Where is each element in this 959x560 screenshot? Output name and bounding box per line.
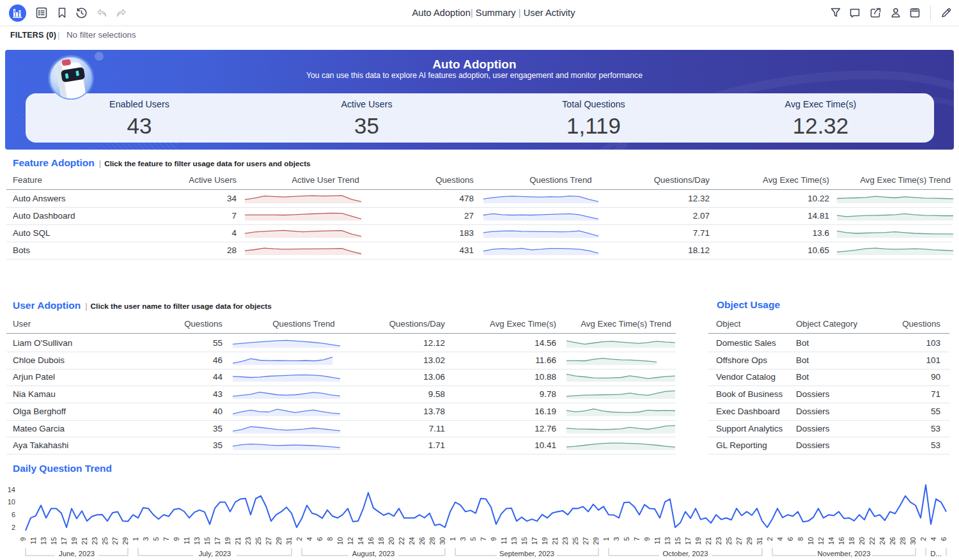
svg-text:7: 7	[480, 537, 487, 541]
svg-text:23: 23	[561, 537, 569, 545]
svg-text:27: 27	[735, 537, 743, 545]
svg-text:31: 31	[285, 537, 293, 545]
svg-text:20: 20	[387, 537, 395, 545]
svg-text:15: 15	[674, 537, 682, 545]
svg-text:11: 11	[29, 537, 37, 544]
svg-text:17: 17	[60, 537, 68, 545]
svg-text:June, 2023: June, 2023	[59, 550, 95, 557]
svg-text:26: 26	[418, 537, 426, 545]
svg-text:2: 2	[766, 537, 774, 541]
svg-text:8: 8	[797, 537, 804, 541]
svg-text:25: 25	[572, 537, 579, 545]
svg-text:6: 6	[316, 537, 324, 541]
svg-text:1: 1	[449, 537, 456, 541]
svg-text:22: 22	[398, 537, 405, 545]
svg-text:18: 18	[848, 537, 855, 545]
svg-text:August, 2023: August, 2023	[352, 550, 395, 557]
svg-text:17: 17	[531, 537, 538, 545]
svg-text:21: 21	[705, 537, 712, 545]
svg-text:15: 15	[50, 537, 58, 545]
svg-text:9: 9	[490, 537, 497, 541]
svg-text:13: 13	[510, 537, 518, 545]
svg-text:17: 17	[214, 537, 221, 545]
svg-text:22: 22	[868, 537, 876, 545]
svg-text:3: 3	[142, 537, 150, 541]
svg-text:19: 19	[70, 537, 78, 545]
svg-text:27: 27	[265, 537, 272, 545]
svg-text:5: 5	[469, 537, 477, 541]
svg-text:18: 18	[377, 537, 385, 545]
svg-text:2: 2	[919, 537, 927, 541]
svg-text:13: 13	[664, 537, 671, 545]
svg-text:24: 24	[878, 537, 886, 545]
svg-text:28: 28	[899, 537, 907, 545]
svg-text:29: 29	[275, 537, 283, 545]
svg-text:14: 14	[357, 537, 364, 545]
svg-text:21: 21	[81, 537, 88, 545]
svg-text:29: 29	[592, 537, 600, 545]
svg-text:14: 14	[8, 486, 15, 494]
svg-text:11: 11	[500, 537, 508, 544]
svg-text:13: 13	[40, 537, 47, 545]
svg-text:27: 27	[111, 537, 119, 545]
svg-text:8: 8	[326, 537, 334, 541]
svg-text:1: 1	[132, 537, 139, 541]
svg-text:7: 7	[162, 537, 170, 541]
svg-text:November, 2023: November, 2023	[818, 550, 871, 557]
svg-text:September, 2023: September, 2023	[499, 550, 554, 557]
svg-text:2: 2	[295, 537, 303, 541]
svg-text:4: 4	[930, 537, 937, 541]
svg-text:10: 10	[8, 498, 15, 506]
svg-text:15: 15	[520, 537, 528, 545]
svg-text:16: 16	[367, 537, 375, 545]
svg-text:29: 29	[745, 537, 753, 545]
svg-text:5: 5	[152, 537, 160, 541]
svg-text:6: 6	[786, 537, 794, 541]
svg-text:25: 25	[725, 537, 733, 545]
svg-text:5: 5	[623, 537, 630, 541]
svg-text:6: 6	[12, 511, 15, 518]
svg-text:26: 26	[889, 537, 896, 545]
svg-text:3: 3	[459, 537, 467, 541]
svg-text:21: 21	[234, 537, 242, 545]
svg-text:17: 17	[684, 537, 692, 545]
svg-text:23: 23	[244, 537, 252, 545]
svg-text:30: 30	[439, 537, 446, 545]
svg-text:21: 21	[551, 537, 559, 545]
svg-text:16: 16	[838, 537, 845, 545]
svg-text:9: 9	[19, 537, 27, 541]
svg-text:6: 6	[940, 537, 947, 541]
svg-text:July, 2023: July, 2023	[199, 550, 231, 557]
svg-text:9: 9	[643, 537, 651, 541]
svg-text:20: 20	[858, 537, 866, 545]
svg-text:1: 1	[602, 537, 610, 541]
svg-text:12: 12	[347, 537, 354, 545]
svg-text:12: 12	[817, 537, 825, 545]
svg-text:4: 4	[776, 537, 784, 541]
svg-text:23: 23	[91, 537, 98, 545]
svg-text:25: 25	[254, 537, 262, 545]
svg-text:19: 19	[541, 537, 549, 545]
svg-text:30: 30	[909, 537, 917, 545]
svg-text:2: 2	[12, 524, 15, 531]
svg-text:25: 25	[101, 537, 109, 545]
svg-text:October, 2023: October, 2023	[663, 550, 708, 557]
svg-text:10: 10	[807, 537, 815, 545]
svg-text:31: 31	[756, 537, 763, 545]
svg-text:27: 27	[582, 537, 589, 545]
svg-text:15: 15	[203, 537, 211, 545]
svg-text:28: 28	[428, 537, 436, 545]
svg-text:14: 14	[827, 537, 835, 545]
svg-text:24: 24	[408, 537, 416, 545]
svg-text:4: 4	[306, 537, 313, 541]
svg-text:11: 11	[653, 537, 661, 544]
svg-text:19: 19	[224, 537, 231, 545]
svg-text:11: 11	[183, 537, 191, 544]
svg-text:7: 7	[633, 537, 641, 541]
svg-text:19: 19	[694, 537, 702, 545]
svg-text:13: 13	[193, 537, 201, 545]
svg-text:3: 3	[612, 537, 620, 541]
svg-text:D...: D...	[930, 550, 942, 557]
svg-text:23: 23	[715, 537, 722, 545]
svg-text:9: 9	[173, 537, 180, 541]
